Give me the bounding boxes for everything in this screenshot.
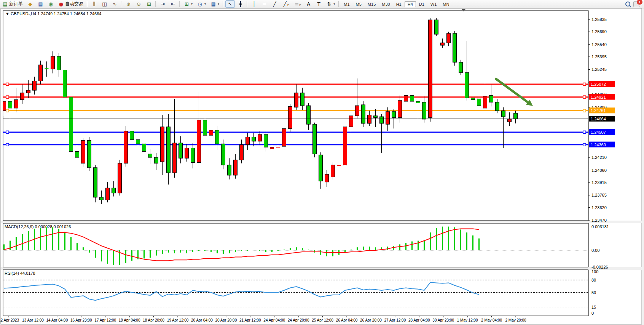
line-chart-button[interactable]: ∿ [110,0,120,8]
arrows-dropdown-arrow[interactable]: ▾ [333,2,335,6]
candle-body [148,154,152,157]
text-button[interactable]: A [304,0,313,8]
candle-body [355,106,359,116]
time-tick-label: 20 Apr 20:00 [215,318,237,322]
timeframe-m30-button[interactable]: M30 [379,1,393,7]
timeframe-m1-button[interactable]: M1 [341,1,352,7]
pivot-line-handle[interactable] [583,109,586,112]
support-line-2-handle[interactable] [6,143,9,146]
candle-body [386,112,390,124]
price-tick-label: 1.25540 [591,42,607,47]
timeframe-m15-button[interactable]: M15 [365,1,379,7]
support-line-1-handle[interactable] [6,131,9,133]
candle-body [14,100,18,108]
new-order-button[interactable]: ▤新订单 [0,0,25,8]
timeframe-w1-button[interactable]: W1 [427,1,440,7]
template-dropdown-arrow[interactable]: ▾ [218,2,219,6]
text-label-icon: T [316,1,322,7]
resistance-line-1-handle[interactable] [583,83,586,86]
symbol-ohlc-readout: ▼ GBPUSD-,H4 1.24749 1.24754 1.24654 1.2… [5,11,101,16]
vertical-line-icon: │ [251,1,257,7]
market-watch-button[interactable]: ◆ [26,0,35,8]
gbpusd-h4-chart[interactable]: 1.258351.256901.255401.253951.252451.250… [0,8,644,325]
pane-splitter[interactable] [1,267,642,270]
cursor-button[interactable]: ↖ [225,0,235,8]
candle-body [27,90,30,93]
candle-body [39,65,43,81]
rsi-axis-label: 80 [591,278,596,282]
time-tick-label: 12 Apr 2023 [0,318,19,322]
time-tick-label: 26 Apr 04:00 [336,318,358,322]
candle-body [368,115,371,123]
zoom-in-button[interactable]: ⊕ [124,0,133,8]
chart-shift-icon: ⇤ [170,1,176,7]
support-line-2-handle[interactable] [583,143,586,146]
arrows-button[interactable]: ⇅▾ [324,0,337,8]
candle-body [459,62,463,73]
notifications-icon[interactable]: 1 [633,1,640,7]
candle-body [343,127,347,165]
time-tick-label: 26 Apr 20:00 [360,318,382,322]
trendline-button[interactable]: ╱ [270,0,279,8]
pivot-line-handle[interactable] [6,109,9,112]
fibonacci-button[interactable]: ≡F [292,0,303,8]
timeframe-m5-button[interactable]: M5 [353,1,365,7]
pane-splitter[interactable] [1,221,642,223]
horizontal-line-button[interactable]: ─ [260,0,269,8]
crosshair-icon: ╋ [238,1,243,7]
crosshair-button[interactable]: ╋ [236,0,245,8]
time-tick-label: 27 Apr 12:00 [384,318,406,322]
bar-chart-button[interactable]: ⫼ [89,0,99,8]
new-chart-dropdown-arrow[interactable]: ▾ [191,2,193,6]
candlestick-chart-button[interactable]: ◫ [100,0,109,8]
timeframe-h4-button[interactable]: H4 [405,1,416,7]
resistance-line-1-handle[interactable] [6,83,9,86]
price-tick-label: 1.23470 [591,218,607,223]
candle-body [130,131,134,139]
candle-body [295,93,298,107]
macd-axis-label: 0.003181 [591,224,609,229]
toolbar-separator [223,1,223,7]
vertical-line-button[interactable]: │ [249,0,259,8]
tile-windows-button[interactable]: ⊞ [144,0,154,8]
support-line-1-price-label: 1.24507 [591,130,606,134]
candle-body [453,34,457,62]
candle-body [81,141,85,163]
candle-body [124,131,128,163]
candle-body [118,163,122,193]
data-window-button[interactable]: ▦ [36,0,45,8]
timeframe-d1-button[interactable]: D1 [416,1,427,7]
tile-windows-icon: ⊞ [146,1,152,7]
candle-body [21,93,24,100]
auto-scroll-button[interactable]: ⇥ [158,0,167,8]
resistance-line-2-handle[interactable] [6,96,9,98]
candle-body [57,56,61,70]
candle-body [112,188,116,193]
new-chart-button[interactable]: ⊞▾ [182,0,194,8]
zoom-out-button[interactable]: ⊖ [134,0,143,8]
equidistant-channel-icon: ╱ [282,1,288,7]
auto-trading-button[interactable]: ●自动交易 [56,0,85,8]
period-button[interactable]: ◷▾ [195,0,208,8]
candlestick-chart-icon: ◫ [102,1,107,7]
rsi-axis-label: 100 [591,269,598,274]
chart-shift-button[interactable]: ⇤ [168,0,178,8]
notification-badge: 1 [637,0,642,5]
auto-trading-label: 自动交易 [65,1,83,7]
timeframe-mn-button[interactable]: MN [440,1,452,7]
navigator-button[interactable]: ◉ [46,0,56,8]
timeframe-h1-button[interactable]: H1 [393,1,405,7]
resistance-line-2-handle[interactable] [583,96,586,98]
search-icon[interactable] [625,2,630,6]
macd-label: MACD(12,26,9) 0.000028 0.001026 [5,224,71,229]
support-line-1-handle[interactable] [583,131,586,133]
candle-body [416,101,420,103]
new-order-icon: ▤ [2,1,8,7]
period-dropdown-arrow[interactable]: ▾ [204,2,206,6]
candle-body [374,116,378,117]
candle-body [502,111,505,117]
time-tick-label: 14 Apr 04:00 [46,318,68,322]
equidistant-channel-button[interactable]: ╱E [280,0,291,8]
template-button[interactable]: ▦▾ [209,0,221,8]
text-label-button[interactable]: T [314,0,324,8]
